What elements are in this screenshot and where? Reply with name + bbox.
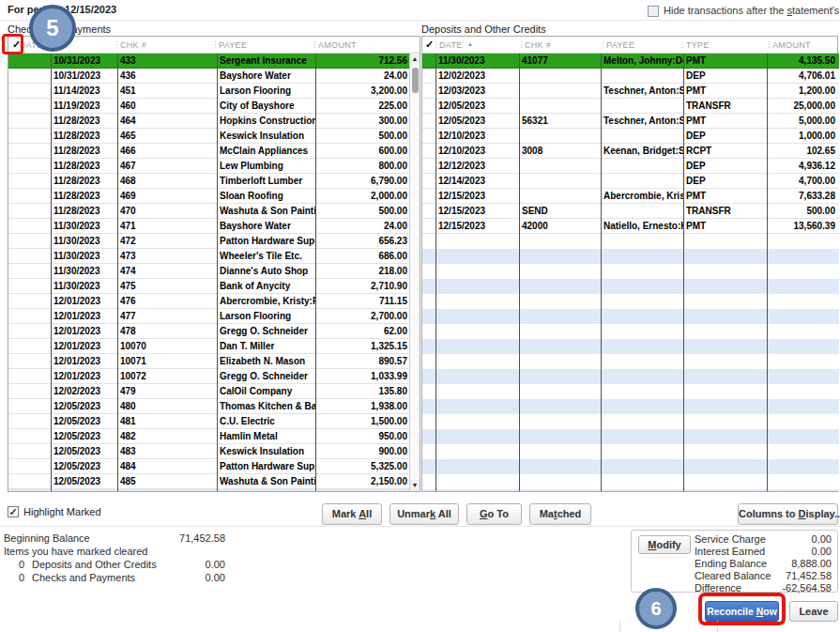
cell-check[interactable] <box>8 354 51 368</box>
cell-chk[interactable]: 469 <box>117 189 217 203</box>
cell-date[interactable]: 11/30/2023 <box>51 264 117 278</box>
cell-chk[interactable]: 464 <box>117 114 217 128</box>
cell-amount[interactable]: 24.00 <box>315 219 411 233</box>
cell-check[interactable] <box>8 339 51 353</box>
transaction-row[interactable]: 11/28/2023464Hopkins Construction Rent..… <box>8 114 411 129</box>
cell-payee[interactable]: Teschner, Anton:Sun R... <box>601 84 683 98</box>
cell-type[interactable]: TRANSFR <box>683 99 767 113</box>
cell-chk[interactable]: 10072 <box>117 369 217 383</box>
cell-type[interactable]: PMT <box>683 219 767 233</box>
leave-button[interactable]: Leave <box>789 601 838 622</box>
cell-amount[interactable]: 2,150.00 <box>315 474 411 488</box>
cell-date[interactable]: 12/05/2023 <box>51 414 117 428</box>
transaction-row[interactable]: 12/01/202310071Elizabeth N. Mason890.57 <box>8 354 411 369</box>
cell-amount[interactable]: 800.00 <box>315 159 411 173</box>
transaction-row[interactable]: 11/30/2023472Patton Hardware Supplies656… <box>8 234 411 249</box>
cell-chk[interactable]: 475 <box>117 279 217 293</box>
cell-check[interactable] <box>8 474 51 488</box>
cell-amount[interactable]: 1,200.00 <box>767 84 839 98</box>
hide-transactions-checkbox[interactable] <box>648 6 659 17</box>
cell-chk[interactable]: 473 <box>117 249 217 263</box>
cell-chk[interactable]: 485 <box>117 474 217 488</box>
cell-check[interactable] <box>422 159 435 173</box>
cell-check[interactable] <box>422 114 435 128</box>
cell-amount[interactable]: 4,135.50 <box>767 54 839 68</box>
cell-check[interactable] <box>8 159 51 173</box>
cell-payee[interactable] <box>601 129 683 143</box>
cell-date[interactable]: 10/31/2023 <box>51 54 117 68</box>
cell-amount[interactable]: 102.65 <box>767 144 839 158</box>
cell-date[interactable]: 11/28/2023 <box>51 159 117 173</box>
cell-amount[interactable]: 135.80 <box>315 384 411 398</box>
cell-chk[interactable]: 42000 <box>519 219 601 233</box>
cell-type[interactable]: PMT <box>683 84 767 98</box>
cell-payee[interactable]: Patton Hardware Supplies <box>217 459 315 473</box>
cell-amount[interactable]: 1,000.00 <box>767 129 839 143</box>
scroll-up-icon[interactable]: ▲ <box>410 54 420 65</box>
cell-payee[interactable]: CalOil Company <box>217 384 315 398</box>
cell-check[interactable] <box>8 444 51 458</box>
transaction-row[interactable]: 12/01/202310072Gregg O. Schneider1,033.9… <box>8 369 411 384</box>
cell-amount[interactable]: 1,500.00 <box>315 414 411 428</box>
cell-date[interactable]: 11/28/2023 <box>51 204 117 218</box>
cell-check[interactable] <box>422 84 435 98</box>
cell-payee[interactable]: Gregg O. Schneider <box>217 324 315 338</box>
cell-type[interactable]: DEP <box>683 174 767 188</box>
cell-date[interactable]: 11/19/2023 <box>51 99 117 113</box>
cell-date[interactable]: 12/01/2023 <box>51 294 117 308</box>
cell-payee[interactable]: Abercrombie, Kristy:Remod... <box>217 294 315 308</box>
cell-payee[interactable]: Timberloft Lumber <box>217 174 315 188</box>
cell-check[interactable] <box>422 204 435 218</box>
cell-chk[interactable]: 468 <box>117 174 217 188</box>
cell-chk[interactable]: 478 <box>117 324 217 338</box>
transaction-row[interactable]: 11/28/2023468Timberloft Lumber6,790.00 <box>8 174 411 189</box>
cell-payee[interactable]: Wheeler's Tile Etc. <box>217 249 315 263</box>
cell-amount[interactable]: 711.15 <box>315 294 411 308</box>
transaction-row[interactable]: 12/05/2023482Hamlin Metal950.00 <box>8 429 411 444</box>
cell-chk[interactable] <box>519 129 601 143</box>
cell-chk[interactable]: 484 <box>117 459 217 473</box>
cell-check[interactable] <box>8 264 51 278</box>
transaction-row[interactable]: 12/03/2023Teschner, Anton:Sun R...PMT1,2… <box>422 84 839 99</box>
cell-chk[interactable] <box>519 99 601 113</box>
cell-payee[interactable] <box>601 69 683 83</box>
cell-payee[interactable] <box>601 204 683 218</box>
transaction-row[interactable]: 11/19/2023460City of Bayshore225.00 <box>8 99 411 114</box>
cell-payee[interactable] <box>601 174 683 188</box>
cell-payee[interactable]: Patton Hardware Supplies <box>217 234 315 248</box>
cell-amount[interactable]: 4,706.01 <box>767 69 839 83</box>
cell-date[interactable]: 11/28/2023 <box>51 144 117 158</box>
cell-amount[interactable]: 1,938.00 <box>315 399 411 413</box>
cell-amount[interactable]: 1,033.99 <box>315 369 411 383</box>
transaction-row[interactable]: 12/05/2023484Patton Hardware Supplies5,3… <box>8 459 411 474</box>
cell-date[interactable]: 12/15/2023 <box>435 204 519 218</box>
cell-chk[interactable]: 481 <box>117 414 217 428</box>
cell-date[interactable]: 12/05/2023 <box>51 399 117 413</box>
transaction-row[interactable]: 12/05/2023480Thomas Kitchen & Bath1,938.… <box>8 399 411 414</box>
cell-payee[interactable]: Abercrombie, Kristy:R... <box>601 189 683 203</box>
cell-chk[interactable]: 466 <box>117 144 217 158</box>
cell-date[interactable]: 12/01/2023 <box>51 354 117 368</box>
transaction-row[interactable]: 11/14/2023451Larson Flooring3,200.00 <box>8 84 411 99</box>
cell-date[interactable]: 11/30/2023 <box>51 249 117 263</box>
cell-payee[interactable]: Gregg O. Schneider <box>217 369 315 383</box>
cell-date[interactable]: 12/10/2023 <box>435 129 519 143</box>
cell-amount[interactable]: 225.00 <box>315 99 411 113</box>
cell-date[interactable]: 12/15/2023 <box>435 189 519 203</box>
cell-check[interactable] <box>8 459 51 473</box>
cell-payee[interactable] <box>601 159 683 173</box>
cell-check[interactable] <box>422 144 435 158</box>
cell-payee[interactable]: C.U. Electric <box>217 414 315 428</box>
cell-chk[interactable]: 482 <box>117 429 217 443</box>
cell-type[interactable]: DEP <box>683 129 767 143</box>
cell-date[interactable]: 12/01/2023 <box>51 309 117 323</box>
cell-date[interactable]: 11/28/2023 <box>51 174 117 188</box>
cell-amount[interactable]: 3,200.00 <box>315 84 411 98</box>
transaction-row[interactable]: 11/28/2023467Lew Plumbing800.00 <box>8 159 411 174</box>
cell-date[interactable]: 12/05/2023 <box>51 474 117 488</box>
cell-payee[interactable]: McClain Appliances <box>217 144 315 158</box>
cell-date[interactable]: 11/14/2023 <box>51 84 117 98</box>
cell-payee[interactable]: Bayshore Water <box>217 69 315 83</box>
cell-amount[interactable]: 500.00 <box>315 129 411 143</box>
cell-payee[interactable]: Larson Flooring <box>217 309 315 323</box>
